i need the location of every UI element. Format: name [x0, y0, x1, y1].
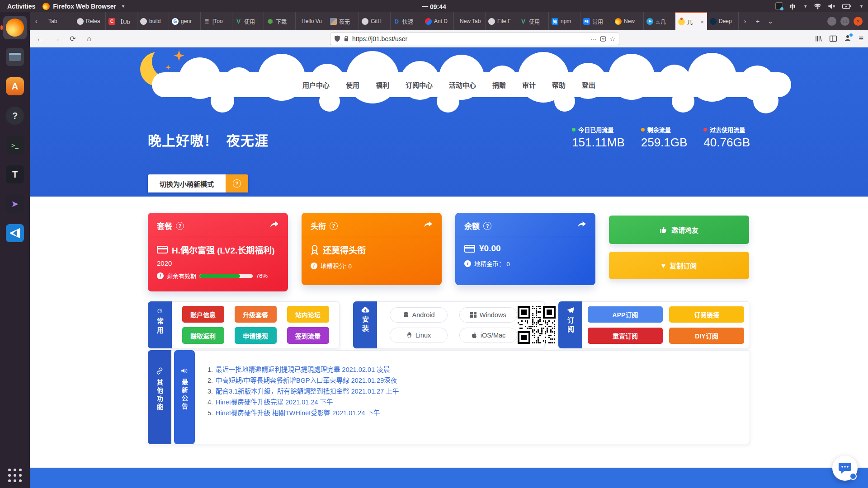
library-icon[interactable]: [815, 35, 822, 42]
browser-tab[interactable]: GitH: [359, 12, 391, 30]
share-icon[interactable]: [424, 221, 433, 231]
browser-tab[interactable]: Relea: [74, 12, 106, 30]
browser-tab[interactable]: ⬢下載: [264, 12, 296, 30]
new-tab-button[interactable]: +: [751, 12, 764, 30]
clock[interactable]: 一 09:44: [422, 2, 446, 11]
input-method-label[interactable]: 中: [789, 2, 795, 10]
account-icon[interactable]: [844, 34, 851, 43]
ios-mac-button[interactable]: iOS/Mac: [459, 328, 517, 343]
browser-tab[interactable]: C【Ub: [106, 12, 137, 30]
browser-tab[interactable]: Ggenr: [169, 12, 201, 30]
close-window-button[interactable]: ×: [854, 17, 863, 26]
input-method-icon[interactable]: [775, 2, 783, 10]
copy-subscription-button[interactable]: ♥ 复制订阅: [609, 252, 749, 279]
system-tray[interactable]: 中 ▼ ▼: [775, 2, 863, 10]
nav-activity-center[interactable]: 活动中心: [449, 80, 476, 89]
other-functions-tab[interactable]: 其他功能: [148, 350, 171, 444]
bookmark-star-icon[interactable]: ☆: [609, 35, 615, 42]
account-info-button[interactable]: 账户信息: [182, 306, 224, 323]
quick-tab[interactable]: ☺ 常用: [148, 301, 172, 348]
invite-friends-button[interactable]: 邀请鸡友: [609, 216, 749, 244]
browser-tab[interactable]: D快速: [391, 12, 422, 30]
nav-welfare[interactable]: 福利: [376, 80, 389, 89]
subscribe-tab[interactable]: 订阅: [558, 301, 582, 348]
dock-firefox[interactable]: [3, 16, 27, 39]
checkin-traffic-button[interactable]: 签到流量: [287, 327, 329, 344]
browser-tab[interactable]: New: [612, 12, 644, 30]
browser-tab[interactable]: 夜无: [327, 12, 359, 30]
url-bar[interactable]: https://j01.best/user ⋯ ☆: [330, 33, 619, 45]
help-icon[interactable]: ?: [176, 222, 184, 230]
maximize-button[interactable]: □: [840, 17, 849, 26]
share-icon[interactable]: [577, 221, 586, 231]
shield-icon[interactable]: [334, 35, 340, 42]
browser-tab[interactable]: FB常用: [580, 12, 612, 30]
windows-button[interactable]: Windows: [459, 307, 517, 323]
browser-tab[interactable]: V使用: [517, 12, 549, 30]
minimize-button[interactable]: –: [827, 17, 836, 26]
announcement-link[interactable]: 中高短期/中等長期套餐新增BGP入口華東專線 2021.01.29深夜: [216, 375, 397, 386]
latest-news-tab[interactable]: 最新公告: [174, 350, 195, 444]
browser-tab[interactable]: build: [137, 12, 169, 30]
browser-tab[interactable]: Tab: [42, 12, 74, 30]
dock-ubuntu-software[interactable]: A: [3, 75, 27, 98]
nav-user-center[interactable]: 用户中心: [302, 80, 330, 89]
forward-button[interactable]: →: [51, 35, 62, 43]
linux-button[interactable]: Linux: [390, 328, 448, 343]
browser-tab-active[interactable]: 几×: [675, 12, 707, 30]
browser-tab[interactable]: Deep: [707, 12, 739, 30]
close-tab-icon[interactable]: ×: [700, 19, 704, 25]
menu-hamburger-icon[interactable]: ≡: [859, 34, 863, 43]
share-icon[interactable]: [270, 221, 279, 231]
dock-text-editor[interactable]: T: [3, 163, 27, 186]
app-menu[interactable]: Firefox Web Browser ▼: [42, 3, 125, 10]
browser-tab[interactable]: 知npm: [549, 12, 580, 30]
mode-switch-button[interactable]: 切换为小萌新模式 ?: [148, 174, 248, 192]
back-button[interactable]: ←: [34, 35, 46, 43]
nav-donate[interactable]: 捐赠: [492, 80, 506, 89]
browser-tab[interactable]: Ant D: [422, 12, 454, 30]
diy-subscription-button[interactable]: DIY订阅: [669, 328, 744, 344]
announcement-link[interactable]: 配合3.1新版本升級，所有餘額調整到抵扣金幣 2021.01.27 上午: [216, 386, 399, 397]
help-icon[interactable]: ?: [330, 222, 338, 230]
mode-help-icon[interactable]: ?: [226, 174, 248, 192]
announcement-link[interactable]: Hinet機房硬件升級 相關TWHinet受影響 2021.01.24 下午: [216, 408, 380, 418]
reload-button[interactable]: ⟳: [67, 34, 79, 43]
install-tab[interactable]: 安装: [353, 301, 377, 348]
browser-tab[interactable]: V使用: [232, 12, 264, 30]
scroll-tabs-right-button[interactable]: ›: [739, 12, 751, 30]
dock-vscode[interactable]: [3, 221, 27, 245]
nav-audit[interactable]: 审计: [522, 80, 536, 89]
help-icon[interactable]: ?: [483, 222, 491, 230]
browser-tab[interactable]: ≣[Too: [201, 12, 232, 30]
announcement-link[interactable]: Hinet機房硬件升級完畢 2021.01.24 下午: [216, 397, 333, 408]
sidebar-icon[interactable]: [830, 35, 837, 42]
dock-remote-app[interactable]: ➤: [3, 192, 27, 216]
chat-bubble-button[interactable]: [832, 455, 858, 481]
subscription-link-button[interactable]: 订阅链接: [669, 306, 744, 323]
nav-usage[interactable]: 使用: [346, 80, 359, 89]
scroll-tabs-left-button[interactable]: ‹: [30, 12, 42, 30]
list-all-tabs-button[interactable]: ⌄: [764, 12, 777, 30]
show-applications-button[interactable]: [8, 469, 22, 483]
nav-subscription-center[interactable]: 订阅中心: [406, 80, 433, 89]
dock-terminal[interactable]: >_: [3, 133, 27, 157]
earn-rebate-button[interactable]: 赚取返利: [182, 327, 224, 344]
browser-tab[interactable]: File F: [486, 12, 517, 30]
home-button[interactable]: ⌂: [83, 35, 95, 43]
forum-button[interactable]: 站内论坛: [287, 306, 329, 323]
reset-subscription-button[interactable]: 重置订阅: [588, 328, 663, 344]
activities-button[interactable]: Activities: [0, 3, 42, 10]
app-subscription-button[interactable]: APP订阅: [588, 306, 663, 323]
dock-files[interactable]: [3, 45, 27, 69]
pocket-icon[interactable]: [600, 36, 606, 42]
android-button[interactable]: Android: [390, 307, 448, 323]
nav-help[interactable]: 帮助: [552, 80, 566, 89]
nav-logout[interactable]: 登出: [582, 80, 595, 89]
upgrade-plan-button[interactable]: 升级套餐: [235, 306, 277, 323]
announcement-link[interactable]: 最近一批地精邀請返利提現已提現處理完畢 2021.02.01 凌晨: [216, 364, 390, 375]
browser-tab[interactable]: ♨几: [644, 12, 675, 30]
withdraw-button[interactable]: 申请提现: [235, 327, 277, 344]
url-text[interactable]: https://j01.best/user: [352, 35, 407, 42]
dock-help[interactable]: ?: [3, 104, 27, 127]
